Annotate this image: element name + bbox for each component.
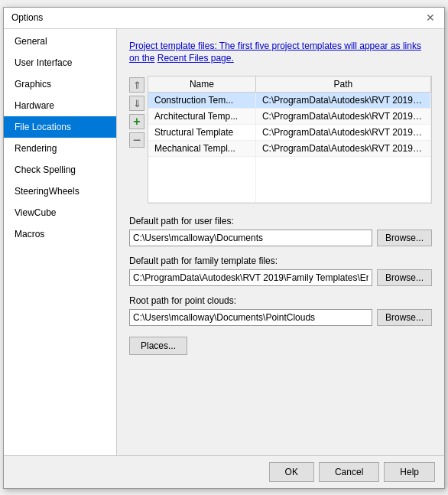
sidebar-item-user-interface[interactable]: User Interface: [4, 52, 116, 73]
point-clouds-input[interactable]: [129, 309, 372, 326]
row-name: Structural Template: [148, 125, 255, 141]
row-name: Construction Tem...: [148, 93, 255, 109]
sidebar-item-file-locations[interactable]: File Locations: [4, 116, 116, 138]
move-down-button[interactable]: ⇓: [129, 96, 144, 111]
template-table-wrapper: Name Path Construction Tem... C:\Program…: [148, 76, 432, 204]
move-down-icon: ⇓: [133, 98, 141, 109]
row-path: C:\ProgramData\Autodesk\RVT 2019\Tem...: [255, 109, 430, 125]
main-content: General User Interface Graphics Hardware…: [4, 29, 444, 455]
col-header-name: Name: [148, 77, 255, 93]
remove-button[interactable]: −: [129, 132, 144, 148]
help-button[interactable]: Help: [384, 462, 435, 482]
window-title: Options: [11, 12, 43, 23]
sidebar: General User Interface Graphics Hardware…: [4, 29, 117, 455]
add-button[interactable]: +: [129, 114, 144, 129]
bottom-bar: OK Cancel Help: [4, 455, 444, 488]
description-link[interactable]: Recent Files page.: [157, 53, 234, 64]
user-files-input[interactable]: [129, 230, 372, 246]
main-panel: Project template files: The first five p…: [117, 29, 444, 455]
user-files-row: Browse...: [129, 230, 432, 246]
family-files-section: Default path for family template files: …: [129, 256, 432, 286]
description-text: Project template files: The first five p…: [129, 40, 432, 66]
table-row[interactable]: Mechanical Templ... C:\ProgramData\Autod…: [148, 141, 431, 157]
sidebar-item-general[interactable]: General: [4, 31, 116, 52]
options-window: Options ✕ General User Interface Graphic…: [3, 7, 445, 489]
template-toolbar: ⇑ ⇓ + −: [129, 76, 144, 204]
sidebar-item-hardware[interactable]: Hardware: [4, 95, 116, 116]
template-area: ⇑ ⇓ + − Name: [129, 76, 432, 204]
sidebar-item-graphics[interactable]: Graphics: [4, 73, 116, 95]
places-button[interactable]: Places...: [129, 337, 187, 355]
cancel-button[interactable]: Cancel: [319, 462, 379, 482]
point-clouds-section: Root path for point clouds: Browse...: [129, 295, 432, 326]
title-bar: Options ✕: [4, 8, 444, 29]
row-path: C:\ProgramData\Autodesk\RVT 2019\Tem...: [255, 93, 430, 109]
point-clouds-label: Root path for point clouds:: [129, 295, 432, 306]
point-clouds-browse-button[interactable]: Browse...: [377, 309, 432, 326]
close-button[interactable]: ✕: [424, 11, 437, 24]
table-row[interactable]: Structural Template C:\ProgramData\Autod…: [148, 125, 431, 141]
plus-icon: +: [133, 115, 140, 129]
sidebar-item-rendering[interactable]: Rendering: [4, 138, 116, 159]
move-up-button[interactable]: ⇑: [129, 77, 144, 93]
sidebar-item-steering-wheels[interactable]: SteeringWheels: [4, 181, 116, 202]
family-files-input[interactable]: [129, 269, 372, 286]
row-path: C:\ProgramData\Autodesk\RVT 2019\Tem...: [255, 125, 430, 141]
family-files-row: Browse...: [129, 269, 432, 286]
minus-icon: −: [133, 133, 141, 147]
template-table: Name Path Construction Tem... C:\Program…: [148, 77, 431, 203]
row-name: Architectural Temp...: [148, 109, 255, 125]
user-files-section: Default path for user files: Browse...: [129, 216, 432, 246]
sidebar-item-macros[interactable]: Macros: [4, 223, 116, 245]
user-files-browse-button[interactable]: Browse...: [377, 230, 432, 246]
table-row[interactable]: Architectural Temp... C:\ProgramData\Aut…: [148, 109, 431, 125]
move-up-icon: ⇑: [133, 80, 141, 91]
table-row[interactable]: Construction Tem... C:\ProgramData\Autod…: [148, 93, 431, 109]
row-name: Mechanical Templ...: [148, 141, 255, 157]
point-clouds-row: Browse...: [129, 309, 432, 326]
family-files-label: Default path for family template files:: [129, 256, 432, 266]
family-files-browse-button[interactable]: Browse...: [377, 269, 432, 286]
sidebar-item-view-cube[interactable]: ViewCube: [4, 202, 116, 223]
col-header-path: Path: [255, 77, 430, 93]
row-path: C:\ProgramData\Autodesk\RVT 2019\Tem...: [255, 141, 430, 157]
table-row-empty: [148, 157, 431, 203]
ok-button[interactable]: OK: [269, 462, 314, 482]
user-files-label: Default path for user files:: [129, 216, 432, 226]
sidebar-item-check-spelling[interactable]: Check Spelling: [4, 159, 116, 181]
